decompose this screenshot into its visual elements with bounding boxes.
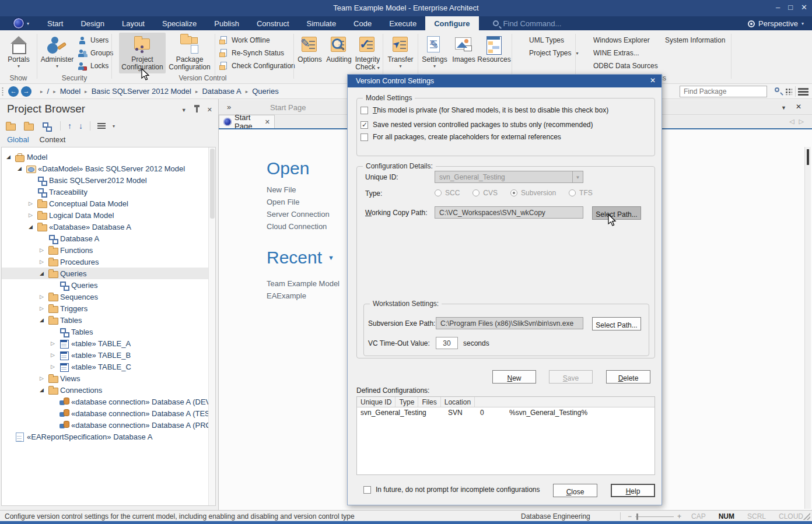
tree-item[interactable]: Procedures: [2, 256, 215, 268]
checkbox-save-stubs[interactable]: Save nested version controlled packages …: [360, 121, 593, 129]
tree-expand-icon[interactable]: [29, 201, 37, 206]
recent-model-link[interactable]: Team Example Model: [267, 279, 340, 291]
checkbox-icon[interactable]: [360, 107, 368, 114]
tree-item[interactable]: «table» TABLE_C: [2, 361, 215, 372]
tab-start-page[interactable]: Start Page ✕: [219, 115, 275, 128]
app-logo-caret-icon[interactable]: ▾: [27, 21, 29, 26]
tab-scroll-left-icon[interactable]: ◁: [789, 118, 794, 125]
tree-item[interactable]: Views: [2, 372, 215, 384]
move-down-icon[interactable]: ↓: [79, 121, 83, 131]
status-toggle[interactable]: NUM: [719, 512, 734, 521]
administer-button[interactable]: Administer ▾: [38, 33, 76, 69]
tree-expand-icon[interactable]: [40, 247, 48, 253]
tree-item[interactable]: Triggers: [2, 303, 215, 314]
tree-item[interactable]: Functions: [2, 244, 215, 256]
ribbon-small-button[interactable]: Work Offline ▾: [219, 34, 295, 47]
integrity-check-button[interactable]: Integrity Check ▾: [354, 33, 381, 72]
close-button[interactable]: ✕: [801, 3, 807, 12]
tree-expand-icon[interactable]: [40, 294, 48, 300]
new-package-icon[interactable]: [6, 122, 17, 131]
save-button[interactable]: Save: [549, 370, 593, 384]
document-menu-caret-icon[interactable]: ▼: [781, 105, 786, 111]
ribbon-small-button[interactable]: Re-Synch Status ▾: [219, 47, 295, 59]
layout-grid-icon[interactable]: [785, 88, 792, 95]
menu-tab[interactable]: Publish: [205, 16, 248, 30]
tree-expand-icon[interactable]: [40, 305, 48, 311]
radio-icon[interactable]: [569, 189, 576, 196]
checkbox-icon[interactable]: [360, 133, 368, 141]
panel-menu-caret-icon[interactable]: ▼: [181, 107, 187, 113]
tree-item[interactable]: «Database» Database A: [2, 221, 215, 233]
perspective-menu[interactable]: Perspective ▾: [748, 19, 804, 28]
package-configuration-button[interactable]: Package Configuration: [166, 33, 213, 71]
status-toggle[interactable]: CAP: [691, 512, 706, 521]
ribbon-small-button[interactable]: Project Types ▾: [517, 47, 579, 59]
radio-icon[interactable]: [435, 189, 442, 196]
table-column-header[interactable]: Type: [396, 397, 418, 407]
table-column-header[interactable]: Location: [441, 397, 475, 407]
tree-expand-icon[interactable]: [51, 340, 60, 346]
checkbox-icon[interactable]: [360, 121, 368, 129]
tree-expand-icon[interactable]: [40, 259, 48, 265]
radio-icon[interactable]: [510, 189, 517, 196]
navigate-back-button[interactable]: ←: [8, 86, 19, 97]
tree-item[interactable]: Model: [2, 151, 215, 163]
subversion-exe-path-input[interactable]: C:\Program Files (x86)\SlikSvn\bin\svn.e…: [436, 317, 583, 329]
radio-icon[interactable]: [473, 189, 480, 196]
pin-icon[interactable]: [196, 107, 198, 112]
tree-expand-icon[interactable]: [18, 166, 26, 171]
app-logo-icon[interactable]: [13, 17, 24, 29]
menu-tab[interactable]: Configure: [425, 16, 478, 30]
start-page-link[interactable]: Cloud Connection: [267, 222, 330, 234]
tree-expand-icon[interactable]: [40, 317, 48, 323]
tree-item[interactable]: «database connection» Database A (DEV): [2, 396, 215, 407]
type-radio-option[interactable]: Subversion: [510, 189, 556, 197]
tree-item[interactable]: Queries: [2, 268, 215, 279]
recent-model-link[interactable]: EAExample: [267, 291, 340, 304]
ribbon-small-button[interactable]: Windows Explorer ▾: [581, 34, 658, 47]
maximize-button[interactable]: □: [788, 3, 793, 12]
zoom-slider[interactable]: [635, 516, 674, 517]
tree-scrollbar-thumb[interactable]: [210, 149, 215, 219]
zoom-in-icon[interactable]: +: [677, 512, 681, 521]
auditing-button[interactable]: Auditing: [324, 33, 354, 64]
tree-item[interactable]: Queries: [2, 279, 215, 291]
tree-item[interactable]: «DataModel» Basic SQLServer 2012 Model: [2, 163, 215, 174]
tree-expand-icon[interactable]: [40, 387, 48, 393]
tree-expand-icon[interactable]: [40, 375, 48, 381]
ribbon-small-button[interactable]: System Information ▾: [653, 34, 725, 47]
type-radio-option[interactable]: TFS: [569, 189, 593, 197]
tree-item[interactable]: «EAReportSpecification» Database A: [2, 431, 215, 442]
tree-item[interactable]: Connections: [2, 384, 215, 396]
recent-caret-icon[interactable]: ▼: [328, 254, 334, 261]
tree-item[interactable]: «database connection» Database A (TEST): [2, 407, 215, 419]
settings-button[interactable]: Settings ▾: [419, 33, 450, 69]
dialog-close-icon[interactable]: ✕: [650, 76, 656, 85]
tree-item[interactable]: «table» TABLE_A: [2, 337, 215, 349]
browser-options-caret-icon[interactable]: ▾: [113, 124, 115, 129]
status-toggle[interactable]: SCRL: [747, 512, 766, 521]
ribbon-small-button[interactable]: ODBC Data Sources ▾: [581, 59, 658, 72]
panel-chevrons-icon[interactable]: »: [227, 103, 230, 111]
project-configuration-button[interactable]: Project Configuration: [119, 33, 166, 73]
vc-timeout-input[interactable]: 30: [436, 337, 458, 349]
browser-tab[interactable]: Global: [7, 135, 29, 144]
options-button[interactable]: Options: [296, 33, 324, 64]
tree-scrollbar[interactable]: [208, 147, 215, 505]
document-scrollbar-thumb[interactable]: [807, 149, 809, 165]
folder-icon[interactable]: [24, 122, 35, 131]
table-column-header[interactable]: Files: [418, 397, 440, 407]
status-toggle[interactable]: CLOUD: [779, 512, 803, 521]
start-page-link[interactable]: New File: [267, 185, 330, 198]
breadcrumb-item[interactable]: Model: [60, 87, 80, 96]
tab-scroll-right-icon[interactable]: ▷: [799, 118, 804, 125]
tree-item[interactable]: Tables: [2, 326, 215, 337]
tree-expand-icon[interactable]: [51, 364, 60, 370]
checkbox-icon[interactable]: [363, 486, 371, 494]
minimize-button[interactable]: –: [776, 3, 780, 12]
type-radio-option[interactable]: CVS: [473, 189, 498, 197]
menu-tab[interactable]: Code: [345, 16, 380, 30]
menu-tab[interactable]: Specialize: [153, 16, 205, 30]
checkbox-create-placeholders[interactable]: For all packages, create placeholders fo…: [360, 133, 561, 141]
images-button[interactable]: Images: [450, 33, 477, 64]
